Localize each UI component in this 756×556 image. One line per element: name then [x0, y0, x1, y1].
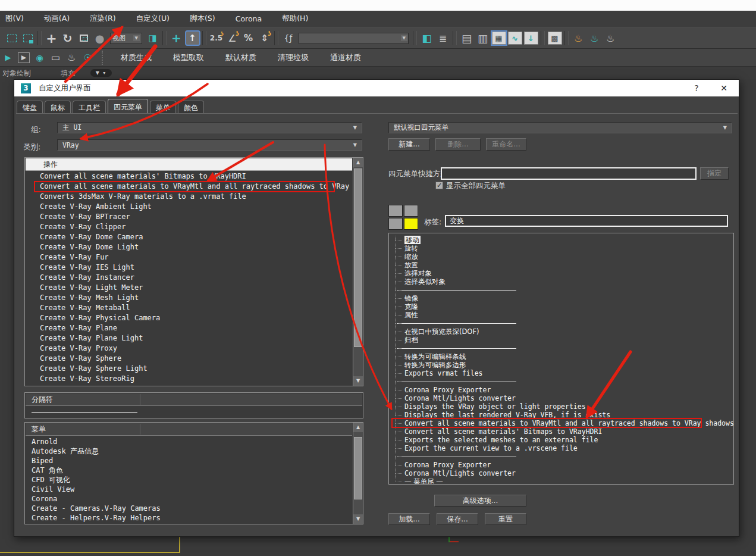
align-icon[interactable] [435, 30, 451, 46]
quad-item[interactable]: Corona Mtl/Lights converter [389, 394, 733, 402]
quad-item[interactable]: Exports vrmat files [389, 369, 733, 377]
script-button-material-generate[interactable]: 材质生成 [110, 52, 162, 63]
category-dropdown[interactable]: VRay ▼ [57, 139, 362, 151]
action-list-item[interactable]: Create V-Ray Sphere [26, 354, 352, 364]
action-list-item[interactable]: Create V-Ray Instancer [26, 273, 352, 283]
action-list-item[interactable]: Create V-Ray Light Meter [26, 283, 352, 293]
action-list-item[interactable]: Create V-Ray Clipper [26, 222, 352, 232]
named-selection-combo[interactable]: ▼ [299, 33, 409, 44]
quad-label-field[interactable]: 变换 [445, 215, 728, 227]
select-and-move-icon[interactable] [43, 30, 59, 46]
close-button[interactable]: ✕ [715, 82, 733, 95]
import-icon[interactable] [523, 30, 539, 46]
mirror-icon[interactable] [419, 30, 435, 46]
action-list-item[interactable]: Create V-Ray IES Light [26, 263, 352, 273]
action-list-item[interactable]: Create V-Ray Plane [26, 323, 352, 333]
menu-customize[interactable]: 自定义(U) [126, 14, 180, 24]
render-production-icon[interactable] [603, 30, 619, 46]
quad-item[interactable]: Export the current view to a .vrscene fi… [389, 444, 733, 452]
scroll-down-icon[interactable]: ▼ [353, 376, 363, 386]
play-animation-icon[interactable] [18, 52, 30, 63]
curve-editor-icon[interactable] [507, 30, 523, 46]
scrollbar-thumb[interactable] [354, 437, 362, 499]
quad-item[interactable]: 转换为可编辑样条线 [389, 352, 733, 361]
dropdown-arrow-icon[interactable]: ▼ [401, 35, 407, 41]
snap-pin-icon[interactable] [145, 30, 161, 46]
object-paint-label[interactable]: 对象绘制 [2, 68, 31, 79]
quad-item[interactable]: 镜像 [389, 294, 733, 302]
action-list-item[interactable]: Create V-Ray Proxy [26, 343, 352, 354]
menu-list-item[interactable]: Corona [26, 494, 352, 504]
quad-item[interactable]: 移动 [389, 236, 733, 244]
quad-item[interactable] [389, 377, 733, 386]
script-button-channel-material[interactable]: 通道材质 [319, 52, 372, 63]
reset-button[interactable]: 重置 [485, 513, 526, 525]
teapot-icon[interactable] [64, 49, 80, 65]
action-list-item[interactable]: Convert all scene materials' Bitmaps to … [26, 171, 352, 182]
group-dropdown[interactable]: 主 UI ▼ [57, 122, 362, 133]
light-bulb-icon[interactable] [80, 49, 96, 65]
show-all-quads-checkbox[interactable] [435, 182, 443, 189]
rectangular-selection-icon[interactable] [4, 30, 20, 46]
scroll-up-icon[interactable]: ▲ [353, 158, 363, 167]
action-list-item[interactable]: Create V-Ray Mesh Light [26, 293, 352, 303]
dropdown-arrow-icon[interactable]: ▼ [133, 35, 140, 41]
quad-item[interactable] [389, 452, 733, 461]
action-list-item[interactable]: Create V-Ray StereoRig [26, 374, 352, 384]
menu-list-item[interactable]: Create - Helpers.V-Ray Helpers [26, 513, 352, 523]
menu-scripting[interactable]: 脚本(S) [180, 14, 225, 24]
action-list-item[interactable]: Create V-Ray Metaball [26, 303, 352, 313]
quad-set-dropdown[interactable]: 默认视口四元菜单 ▼ [388, 122, 732, 133]
action-list-item[interactable]: Create V-Ray BPTracer [26, 212, 352, 222]
scroll-down-icon[interactable]: ▼ [353, 514, 363, 524]
action-list-item[interactable]: Create V-Ray Sphere Light [26, 364, 352, 374]
quad-item[interactable]: Exports the selected meshes to an extern… [389, 436, 733, 444]
quad-item[interactable]: — 菜单尾 — [389, 477, 733, 485]
quad-item[interactable]: 归档 [389, 336, 733, 344]
separator-item[interactable] [32, 412, 137, 413]
menu-list-item[interactable]: CAT 角色 [26, 466, 352, 475]
quad-item[interactable]: 克隆 [389, 302, 733, 311]
menu-list-item[interactable]: CFD 可视化 [26, 475, 352, 485]
select-and-manipulate-icon[interactable] [168, 30, 184, 46]
menu-animation[interactable]: 动画(A) [34, 14, 80, 24]
quad-item[interactable]: Convert all scene materials to VRayMtl a… [389, 419, 733, 427]
tab-menus[interactable]: 菜单 [150, 101, 176, 113]
quad-lower-right-swatch-active[interactable] [404, 218, 418, 230]
angle-snap-icon[interactable]: ʖ [224, 30, 240, 46]
selection-center-icon[interactable] [92, 30, 108, 46]
quad-item[interactable]: 放置 [389, 261, 733, 269]
display-icon[interactable] [48, 49, 64, 65]
dialog-titlebar[interactable]: 自定义用户界面 ? ✕ [14, 80, 739, 96]
new-button[interactable]: 新建... [388, 138, 430, 151]
quad-item[interactable]: 转换为可编辑多边形 [389, 361, 733, 369]
action-list-item[interactable]: Create V-Ray Ambient Light [26, 202, 352, 212]
rename-button[interactable]: 重命名... [486, 138, 526, 151]
scroll-up-icon[interactable]: ▲ [353, 423, 363, 432]
menu-list-item[interactable]: Autodesk 产品信息 [26, 446, 352, 456]
quad-shortcut-field[interactable] [441, 167, 697, 180]
select-and-scale-icon[interactable] [76, 30, 92, 46]
load-button[interactable]: 加载... [388, 513, 430, 525]
quad-item[interactable]: 旋转 [389, 244, 733, 252]
quad-item[interactable]: 属性 [389, 311, 733, 319]
quad-upper-right-swatch[interactable] [404, 205, 418, 217]
quad-lower-left-swatch[interactable] [388, 218, 403, 230]
named-selection-icon[interactable] [280, 30, 296, 46]
action-list-item[interactable]: Converts 3dsMax V-Ray materials to a .vr… [26, 192, 352, 202]
tab-mouse[interactable]: 鼠标 [45, 101, 71, 113]
menu-rendering[interactable]: 渲染(R) [80, 14, 126, 24]
tab-colors[interactable]: 颜色 [178, 101, 204, 113]
advanced-options-button[interactable]: 高级选项... [434, 495, 526, 507]
reference-coordinate-combo[interactable]: 视图 ▼ [110, 33, 142, 44]
tab-keyboard[interactable]: 键盘 [17, 101, 43, 113]
scene-explorer-icon[interactable] [475, 30, 491, 46]
menu-view[interactable]: 图(V) [0, 14, 34, 24]
percent-snap-icon[interactable] [240, 30, 256, 46]
quad-item[interactable]: Corona Mtl/Lights converter [389, 469, 733, 477]
grid-window-icon[interactable] [491, 30, 507, 46]
action-list-item[interactable]: Create V-Ray Dome Camera [26, 232, 352, 242]
quad-item[interactable]: 缩放 [389, 252, 733, 261]
script-button-default-material[interactable]: 默认材质 [215, 52, 267, 63]
quad-upper-left-swatch[interactable] [388, 205, 403, 217]
